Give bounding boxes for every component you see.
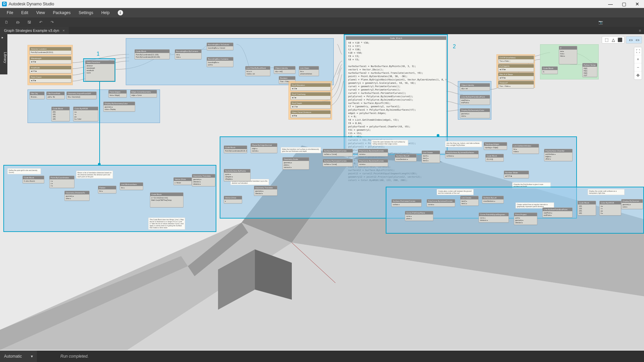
info-icon[interactable]: i bbox=[118, 10, 123, 15]
node-agents[interactable]: # of Agents ◀ 100 ▶ bbox=[498, 64, 534, 72]
node-math-pointgrid[interactable]: Math.PointGrid attractorwavelengthamplit… bbox=[85, 60, 115, 81]
d2-list-getitem[interactable]: List.GetItemAtIndexlist ▸index ▸ bbox=[512, 144, 539, 154]
d2-polysurface-join[interactable]: PolySurface.ByJoinedSurfacessurfaces ▸ bbox=[445, 150, 479, 158]
node-bbox-bycorners[interactable]: BoundingBox.ByCorners min ▸max ▸ bbox=[175, 49, 202, 59]
node-flatten[interactable]: Flattenlist ▸ bbox=[98, 186, 116, 193]
node-display-color[interactable]: Display.ByGeometryColor geometry ▸color … bbox=[460, 108, 490, 118]
node-timeout[interactable]: Timeout? True ○ False ● bbox=[498, 81, 534, 88]
redo-icon[interactable]: ↷ bbox=[49, 19, 55, 25]
group-inputs[interactable]: Attractor Location Point.ByCoordinates(5… bbox=[28, 45, 73, 85]
d3-line[interactable]: Line.ByStartPointEndPointstartPoint ▸end… bbox=[542, 207, 573, 218]
node-steps[interactable]: Max # of Steps ◀ 500 ▶ bbox=[498, 72, 534, 80]
node-python-script[interactable]: Python Script IN[0]IN[1]IN[2]OUT bbox=[582, 63, 597, 77]
node-code-block-d1b[interactable]: Code Blocka = (ls-min)/(max-min);Math.Co… bbox=[150, 192, 183, 207]
d3-curve-pullplane[interactable]: Curve.PullOntoPlanecurve ▸plane ▸ bbox=[405, 211, 433, 221]
close-button[interactable]: ✕ bbox=[631, 0, 644, 8]
d2-perimeter1[interactable]: Surface.PerimeterCurvessurface ▸ Curve[] bbox=[323, 149, 353, 157]
node-roof-elevation[interactable]: Roof Elevation ◀ 12 ▶ bbox=[290, 83, 331, 91]
node-obj-identity[interactable]: Object.Identity obj ▸ var[] bbox=[274, 66, 296, 74]
d3-code-block[interactable]: Code Block100;133;200;200; bbox=[578, 201, 596, 216]
maximize-button[interactable]: ▢ bbox=[617, 0, 631, 8]
geometry-view-toggle[interactable]: ⬚ △ ⬛ bbox=[602, 36, 625, 44]
d2-surface-loft[interactable]: Surface.ByLoftcrossSections ▸ bbox=[395, 154, 417, 162]
group-file-import[interactable]: File Obj Browse... File.FromPath path ▸ … bbox=[28, 89, 160, 123]
node-geom-translate[interactable]: Geometry.Translategeometry ▸direction ▸d… bbox=[192, 174, 215, 186]
run-mode-dropdown[interactable]: Automatic ▾ bbox=[0, 351, 37, 362]
node-point-count[interactable]: Point Count ◀ 20 ▶ bbox=[30, 75, 71, 83]
d3-surface-loft[interactable]: Surface.ByLoftcrossSections ▸ bbox=[482, 196, 504, 203]
node-list-min[interactable]: List.MinimumItemlist ▸ bbox=[120, 182, 143, 190]
group-bounding-filter[interactable]: Code Block Point.ByCoordinates(0,0,-100)… bbox=[126, 38, 334, 85]
node-code-block[interactable]: Code Block Point.ByCoordinates(0,0,-100)… bbox=[135, 49, 170, 59]
pan-button[interactable]: ✥ bbox=[634, 71, 642, 79]
d2-polysurface-chamfer[interactable]: PolySurface.ChamferpolySurface ▸edges ▸o… bbox=[544, 149, 573, 161]
node-edge-curve[interactable]: Edge.CurveGeometry edge ▸ Curve bbox=[130, 90, 157, 98]
d3-list-create[interactable]: List.Createitem0 ▸item1 ▸ bbox=[460, 196, 479, 206]
node-file-obj[interactable]: File Obj Browse... bbox=[30, 92, 45, 99]
node-large-code-block[interactable]: Code Block t0 = t10 * t38; t1 = t37; t2 … bbox=[346, 36, 446, 154]
new-file-icon[interactable]: 🗋 bbox=[3, 19, 9, 25]
zoom-out-button[interactable]: − bbox=[634, 63, 642, 71]
undo-icon[interactable]: ↶ bbox=[38, 19, 44, 25]
d2-polycurve1[interactable]: PolyCurve.ByJoinedCurvescurves ▸ bbox=[358, 149, 388, 157]
node-vector-zaxis[interactable]: Vector.ZAxis▸ Vector bbox=[173, 177, 192, 185]
d3-color[interactable]: Color.ByARGBa ▸r ▸g ▸b ▸ bbox=[599, 201, 621, 216]
node-obj-identity2[interactable]: Object.Identity obj ▸ var bbox=[460, 83, 490, 91]
node-linework[interactable]: Line.ByStartPointEndPoint startPoint ▸en… bbox=[460, 95, 490, 105]
node-wavelength[interactable]: Wavelength ◀ 42 ▶ bbox=[30, 56, 71, 64]
graph-canvas[interactable]: ▸ Library ⬚ △ ⬛ ▭ ▭ ⛶ + − ✥ bbox=[0, 34, 644, 351]
tabstrip-menu-icon[interactable]: ≡ bbox=[636, 27, 644, 34]
open-file-icon[interactable]: 🗁 bbox=[15, 19, 21, 25]
d2-geom-scale[interactable]: Geometry.Scalegeometry ▸plane ▸xamount ▸ bbox=[282, 157, 309, 170]
d3-point-equal[interactable]: Curve.PointAtEqualSegmentLengthcurve ▸di… bbox=[479, 213, 509, 223]
node-file-from-path[interactable]: File.FromPath path ▸ file bbox=[46, 92, 65, 99]
node-onoff[interactable]: On/Off (true/false) True ● False ○ bbox=[498, 56, 534, 63]
d2-polycurve2[interactable]: PolyCurve.ByJoinedCurvescurves ▸ bbox=[358, 159, 388, 167]
group-if-python[interactable]: If test ▸true ▸false ▸ Code Block 0; Pyt… bbox=[540, 44, 599, 79]
group-roof-params[interactable]: Roof Elevation ◀ 12 ▶ Roof Overhang ◀ 3 … bbox=[288, 81, 332, 120]
d2-perimeter2[interactable]: Surface.PerimeterCurvessurface ▸ Curve[] bbox=[323, 159, 353, 167]
d2-plane-byorigin[interactable]: Plane.ByOriginNormalorigin ▸normal ▸ bbox=[251, 143, 277, 153]
library-panel-tab[interactable]: ▸ Library bbox=[0, 34, 7, 74]
d2-code-block-idx[interactable]: Code Block[0,2,4,6]; bbox=[485, 154, 504, 162]
node-geom-import[interactable]: Geometry.ImportFromSAT file ▸ Geometry[] bbox=[66, 92, 97, 99]
node-glass-panel[interactable]: Glass Panel Divisions ◀ 80 ▶ bbox=[290, 110, 331, 118]
node-if[interactable]: If test ▸true ▸false ▸ bbox=[559, 46, 577, 64]
save-file-icon[interactable]: 🖫 bbox=[26, 19, 32, 25]
menu-file[interactable]: File bbox=[3, 9, 17, 17]
node-code-block-small[interactable]: Code Block 0; bbox=[542, 66, 558, 74]
node-code-block-d1a[interactable]: Code Block0..size..#count; bbox=[22, 176, 44, 183]
node-list-clean[interactable]: List.Clean list ▸preserveIndices bbox=[299, 66, 319, 76]
node-roof-overhang[interactable]: Roof Overhang ◀ 3 ▶ bbox=[290, 92, 331, 100]
node-display-bygeom[interactable]: Display.ByGeometryColor geometry ▸color … bbox=[103, 102, 135, 112]
zoom-fit-button[interactable]: ⛶ bbox=[634, 47, 642, 55]
graph-view-toggle[interactable]: ▭ ▭ bbox=[626, 36, 642, 44]
node-roof-depth[interactable]: Roof Depth ◀ 1.5 ▶ bbox=[290, 101, 331, 109]
d3-perimeter[interactable]: Surface.PerimeterCurvessurface ▸ bbox=[391, 199, 422, 207]
d2-list-create[interactable]: List.Createitem0 ▸item1 ▸item2 ▸ bbox=[422, 150, 440, 163]
menu-edit[interactable]: Edit bbox=[17, 9, 32, 17]
menu-help[interactable]: Help bbox=[97, 9, 114, 17]
node-face-edges[interactable]: Face.Edges face ▸ Edge[] bbox=[108, 90, 127, 98]
detail-panel-1[interactable]: Define the point grid's size and density… bbox=[3, 165, 216, 232]
d2-nurbssurface[interactable]: NurbsSurface.ByPointspoints ▸uDegree ▸vD… bbox=[224, 169, 251, 181]
group-pointgrid-highlight[interactable]: Math.PointGrid attractorwavelengthamplit… bbox=[83, 58, 115, 82]
node-geom-distanceto[interactable]: Geometry.DistanceTogeometry ▸other ▸ bbox=[64, 191, 90, 201]
d3-display[interactable]: Display.ByGeometryColorgeometry ▸color ▸ bbox=[621, 199, 643, 209]
node-amplitude[interactable]: Amplitude ◀ 4.5 ▶ bbox=[30, 66, 71, 73]
group-agent-params[interactable]: On/Off (true/false) True ● False ○ # of … bbox=[496, 54, 535, 88]
minimize-button[interactable]: — bbox=[604, 0, 617, 8]
node-list-filter[interactable]: List.FilterByBoolMask list ▸ inmask ▸ ou… bbox=[245, 66, 270, 76]
node-bbox-contains[interactable]: BoundingBox.Contains boundingBox ▸point … bbox=[207, 57, 233, 67]
d2-code-block[interactable]: Code BlockPoint.ByCoordinates(30,30,-30)… bbox=[224, 145, 247, 153]
node-bbox-tocuboid[interactable]: BoundingBox.ToCuboid boundingBox ▸ Cuboi… bbox=[207, 43, 233, 50]
zoom-in-button[interactable]: + bbox=[634, 55, 642, 63]
node-code-block-argb[interactable]: Code Block 200;100;100;100; bbox=[51, 107, 70, 121]
menu-view[interactable]: View bbox=[32, 9, 49, 17]
d3-polycurve[interactable]: PolyCurve.ByJoinedCurvescurves ▸ bbox=[427, 199, 455, 207]
d2-topology-edges[interactable]: Topology.Edgestopology ▸ Edge[] bbox=[484, 142, 507, 150]
document-tab[interactable]: Graph Strategies Example v3.dyn × bbox=[0, 27, 69, 34]
node-point-bycoords[interactable]: Point.ByCoordinatesx ▸y ▸z ▸ bbox=[49, 176, 74, 188]
menu-settings[interactable]: Settings bbox=[75, 9, 97, 17]
detail-panel-3[interactable]: Create glass curtain wall between the gr… bbox=[386, 187, 644, 234]
